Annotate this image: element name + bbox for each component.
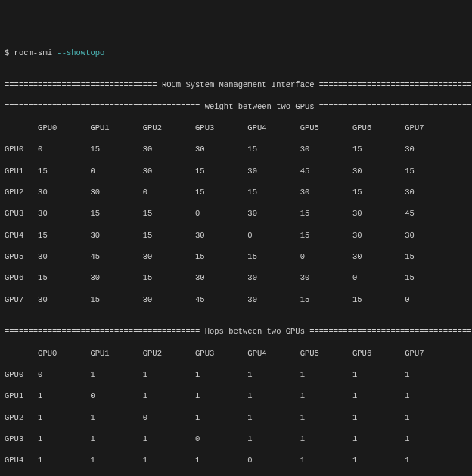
column-header: GPU0 GPU1 GPU2 GPU3 GPU4 GPU5 GPU6 GPU7: [5, 348, 467, 359]
section-header: ========================================…: [5, 101, 467, 112]
table-row: GPU0 0 15 30 30 15 30 15 30: [5, 144, 467, 154]
table-row: GPU6 15 30 15 30 30 30 0 15: [5, 272, 467, 283]
command-flag: --showtopo: [57, 48, 104, 58]
table-row: GPU2 30 30 0 15 15 30 15 30: [5, 187, 467, 198]
table-row: GPU5 30 45 30 15 15 0 30 15: [5, 251, 467, 262]
shell-prompt: $: [5, 48, 14, 58]
table-row: GPU2 1 1 0 1 1 1 1 1: [5, 412, 467, 423]
section-header: ========================================…: [5, 326, 467, 337]
table-row: GPU7 30 15 30 45 30 15 15 0: [5, 294, 467, 305]
table-row: GPU3 1 1 1 0 1 1 1 1: [5, 434, 467, 444]
command-name: rocm-smi: [14, 48, 57, 58]
interface-header: ================================ ROCm Sy…: [5, 79, 467, 90]
column-header: GPU0 GPU1 GPU2 GPU3 GPU4 GPU5 GPU6 GPU7: [5, 123, 467, 133]
table-row: GPU0 0 1 1 1 1 1 1 1: [5, 369, 467, 380]
table-row: GPU3 30 15 15 0 30 15 30 45: [5, 208, 467, 219]
table-row: GPU4 1 1 1 1 0 1 1 1: [5, 455, 467, 465]
terminal-output: $ rocm-smi --showtopo ==================…: [5, 48, 467, 476]
command-line: $ rocm-smi --showtopo: [5, 48, 467, 58]
table-row: GPU4 15 30 15 30 0 15 30 30: [5, 230, 467, 241]
table-row: GPU1 1 0 1 1 1 1 1 1: [5, 390, 467, 401]
table-row: GPU1 15 0 30 15 30 45 30 15: [5, 166, 467, 176]
